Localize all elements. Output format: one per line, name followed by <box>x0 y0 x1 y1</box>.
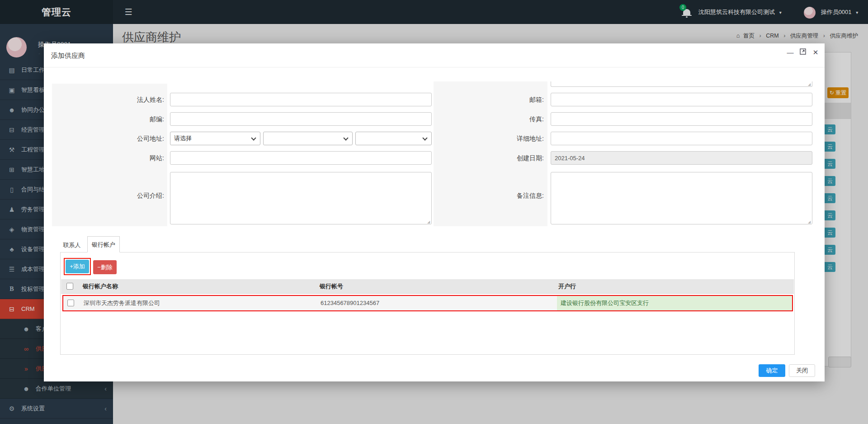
resize-grip-icon: ◢ <box>808 82 811 86</box>
modal-header[interactable]: 添加供应商 — ✕ <box>44 43 825 67</box>
address-city-select[interactable] <box>263 132 353 145</box>
field-label-company-intro: 公司介绍: <box>52 192 164 199</box>
tab-bank-accounts[interactable]: 银行帐户 <box>87 236 120 252</box>
chevron-down-icon <box>251 135 256 140</box>
select-value: 请选择 <box>174 135 192 142</box>
create-date-input[interactable] <box>551 151 812 165</box>
field-label-detail-address: 详细地址: <box>434 135 544 142</box>
address-district-select[interactable] <box>355 132 432 145</box>
field-label-postcode: 邮编: <box>52 115 164 123</box>
field-label-fax: 传真: <box>434 115 544 123</box>
bank-table-header: 银行帐户名称 银行帐号 开户行 <box>61 279 794 294</box>
truncated-textarea-bottom[interactable] <box>551 81 812 87</box>
cell-account-name: 深圳市天杰劳务派遣有限公司 <box>84 296 160 310</box>
right-label-panel <box>434 81 547 226</box>
field-label-email: 邮箱: <box>434 96 544 103</box>
website-input[interactable] <box>170 151 432 165</box>
add-bank-account-button[interactable]: +添加 <box>66 260 89 273</box>
select-all-checkbox[interactable] <box>66 283 73 290</box>
postcode-input[interactable] <box>170 112 432 126</box>
delete-bank-account-button[interactable]: −删除 <box>93 260 117 274</box>
column-header-account-number: 银行帐号 <box>320 279 343 294</box>
add-button-focus-ring: +添加 <box>64 258 91 275</box>
chevron-down-icon <box>422 135 427 140</box>
bank-account-table-row[interactable]: 深圳市天杰劳务派遣有限公司 612345678901234567 建设银行股份有… <box>62 295 793 311</box>
field-label-legal-name: 法人姓名: <box>52 96 164 103</box>
field-label-company-address: 公司地址: <box>52 135 164 142</box>
company-intro-textarea[interactable] <box>170 172 432 224</box>
tab-contacts[interactable]: 联系人 <box>59 241 85 252</box>
fax-input[interactable] <box>551 112 812 126</box>
minimize-button[interactable]: — <box>784 47 796 58</box>
close-icon[interactable]: ✕ <box>810 47 821 58</box>
maximize-icon <box>800 48 806 55</box>
modal-title: 添加供应商 <box>51 52 85 60</box>
email-input[interactable] <box>551 93 812 106</box>
add-supplier-modal: 添加供应商 — ✕ 法人姓名: 邮编: 公司地址: 请选择 <box>44 43 825 381</box>
screen: 管理云 ☰ 0 沈阳慧筑云科技有限公司测试 ▾ 操作员0001 ▾ 操作员000… <box>0 0 868 424</box>
column-header-bank-branch: 开户行 <box>558 279 576 294</box>
cell-account-number: 612345678901234567 <box>321 296 379 310</box>
chevron-down-icon <box>343 135 348 140</box>
remark-textarea[interactable] <box>551 172 812 224</box>
detail-address-input[interactable] <box>551 132 812 145</box>
resize-grip-icon: ◢ <box>808 220 811 224</box>
field-label-remark: 备注信息: <box>434 192 544 199</box>
resize-grip-icon: ◢ <box>427 220 430 224</box>
address-province-select[interactable]: 请选择 <box>170 132 260 145</box>
cell-bank-branch: 建设银行股份有限公司宝安区支行 <box>561 296 649 310</box>
legal-name-input[interactable] <box>170 93 432 106</box>
row-checkbox[interactable] <box>67 300 74 306</box>
column-header-account-name: 银行帐户名称 <box>83 279 118 294</box>
cell-bank-branch-highlight: 建设银行股份有限公司宝安区支行 <box>557 296 792 310</box>
confirm-button[interactable]: 确定 <box>759 364 785 377</box>
field-label-website: 网站: <box>52 154 164 162</box>
maximize-button[interactable] <box>797 47 809 58</box>
close-button[interactable]: 关闭 <box>789 364 815 377</box>
field-label-create-date: 创建日期: <box>434 154 544 162</box>
